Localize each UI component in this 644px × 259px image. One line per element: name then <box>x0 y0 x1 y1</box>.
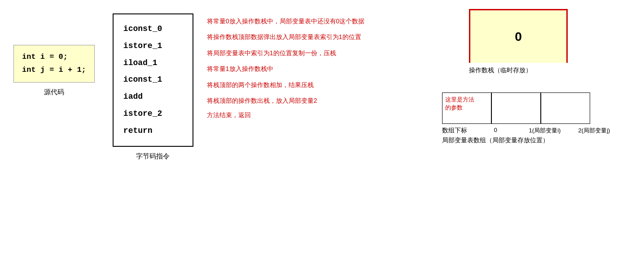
annotation-2: 将局部变量表中索引为1的位置复制一份，压栈 <box>207 45 429 61</box>
source-code-label: 源代码 <box>44 88 64 97</box>
local-var-text-0: 这里是方法的参数 <box>445 96 474 112</box>
annotation-4: 将栈顶部的两个操作数相加，结果压栈 <box>207 77 429 93</box>
local-var-bottom-label: 局部变量表数组（局部变量存放位置） <box>442 136 631 145</box>
annotation-1: 将操作数栈顶部数据弹出放入局部变量表索引为1的位置 <box>207 29 429 45</box>
local-var-cell-1 <box>491 92 541 124</box>
annotation-0: 将常量0放入操作数栈中，局部变量表中还没有0这个数据 <box>207 13 429 29</box>
index-cell-1: 1(局部变量i) <box>520 127 570 135</box>
bytecode-box: iconst_0 istore_1 iload_1 iconst_1 iadd … <box>113 13 193 147</box>
bytecode-instruction-6: return <box>123 123 183 140</box>
operand-stack-box: 0 <box>469 9 568 63</box>
annotations-section: 将常量0放入操作数栈中，局部变量表中还没有0这个数据 将操作数栈顶部数据弹出放入… <box>207 13 429 119</box>
annotation-5: 将栈顶部的操作数出栈，放入局部变量2 <box>207 93 429 109</box>
main-container: int i = 0; int j = i + 1; 源代码 iconst_0 i… <box>0 0 644 259</box>
local-var-cell-0: 这里是方法的参数 <box>442 92 491 124</box>
local-var-table-wrapper: 这里是方法的参数 数组下标 0 1(局部变量i) 2(局部变量j) <box>442 92 631 145</box>
right-section: 0 操作数栈（临时存放） 这里是方法的参数 <box>442 9 631 145</box>
local-var-cell-2 <box>541 92 590 124</box>
bytecode-instruction-2: iload_1 <box>123 55 183 72</box>
bytecode-label: 字节码指令 <box>136 152 170 161</box>
local-var-table: 这里是方法的参数 <box>442 92 631 124</box>
bytecode-instruction-4: iadd <box>123 88 183 105</box>
bytecode-instruction-0: iconst_0 <box>123 21 183 38</box>
bytecode-instruction-1: istore_1 <box>123 38 183 55</box>
source-code-line-2: int j = i + 1; <box>22 64 86 77</box>
source-code-section: int i = 0; int j = i + 1; 源代码 <box>13 45 95 97</box>
operand-stack-label: 操作数栈（临时存放） <box>469 66 631 75</box>
annotation-3: 将常量1放入操作数栈中 <box>207 61 429 77</box>
index-label: 数组下标 <box>442 127 467 135</box>
annotation-6: 方法结束，返回 <box>207 109 429 119</box>
operand-stack-value: 0 <box>515 30 522 44</box>
index-cell-2: 2(局部变量j) <box>570 127 619 135</box>
source-code-box: int i = 0; int j = i + 1; <box>13 45 95 83</box>
source-code-line-1: int i = 0; <box>22 51 86 64</box>
operand-stack-container: 0 操作数栈（临时存放） <box>442 9 631 75</box>
local-var-container: 这里是方法的参数 数组下标 0 1(局部变量i) 2(局部变量j) <box>442 92 631 145</box>
bytecode-instruction-5: istore_2 <box>123 105 183 123</box>
index-row: 数组下标 0 1(局部变量i) 2(局部变量j) <box>442 125 631 135</box>
bytecode-instruction-3: iconst_1 <box>123 71 183 88</box>
local-var-indices: 0 1(局部变量i) 2(局部变量j) <box>471 127 619 135</box>
bytecode-section: iconst_0 istore_1 iload_1 iconst_1 iadd … <box>113 13 193 161</box>
index-cell-0: 0 <box>471 127 520 135</box>
